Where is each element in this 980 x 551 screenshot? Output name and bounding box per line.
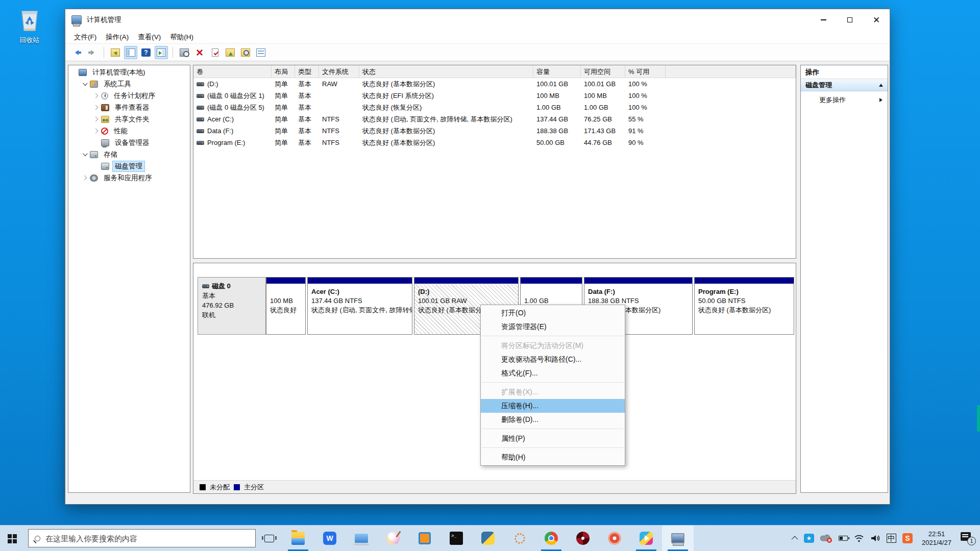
actions-section-disk-management[interactable]: 磁盘管理 (801, 79, 888, 91)
recycle-bin[interactable]: 回收站 (9, 6, 50, 45)
chevron-collapsed-icon[interactable] (93, 93, 99, 98)
chevron-expanded-icon[interactable] (83, 81, 88, 86)
taskbar-app-vmware[interactable] (409, 525, 440, 551)
search-input[interactable] (45, 534, 249, 543)
more-actions-item[interactable]: 更多操作 (801, 91, 888, 109)
ime-indicator[interactable]: 中 (887, 534, 896, 543)
show-action-pane-icon (157, 48, 166, 57)
disk0-label-box[interactable]: 磁盘 0 基本 476.92 GB 联机 (198, 277, 266, 335)
partition-status: 状态良好 (270, 306, 302, 315)
tree-item-0[interactable]: 计算机管理(本地) (68, 66, 190, 78)
forward-button[interactable] (86, 46, 99, 59)
volume-cell: 171.43 GB (581, 127, 625, 135)
volume-row-1[interactable]: (磁盘 0 磁盘分区 1)简单基本状态良好 (EFI 系统分区)100 MB10… (193, 90, 796, 102)
taskbar-app-pinwheel-app[interactable] (567, 525, 599, 551)
context-menu-item-4[interactable]: 更改驱动器号和路径(C)... (481, 353, 625, 366)
tree-item-1[interactable]: 系统工具 (68, 78, 190, 90)
partition-block-0[interactable]: 100 MB状态良好 (266, 277, 306, 335)
show-console-tree-button[interactable] (124, 46, 137, 59)
menubar-item-2[interactable]: 查看(V) (133, 31, 165, 44)
taskbar-app-paint[interactable] (377, 525, 409, 551)
taskbar-app-computer-management[interactable] (662, 525, 694, 551)
chevron-collapsed-icon[interactable] (93, 129, 99, 134)
task-view-button[interactable] (256, 525, 282, 551)
context-menu-item-0[interactable]: 打开(O) (481, 306, 625, 320)
taskbar-app-ring-app[interactable] (504, 525, 535, 551)
context-menu-item-8[interactable]: 压缩卷(H)... (481, 399, 625, 413)
column-header-5[interactable]: 容量 (533, 65, 581, 78)
volume-icon[interactable] (870, 534, 880, 542)
tree-item-2[interactable]: 任务计划程序 (68, 90, 190, 102)
show-action-pane-button[interactable] (155, 46, 168, 59)
partition-block-5[interactable]: Program (E:)50.00 GB NTFS状态良好 (基本数据分区) (694, 277, 794, 335)
tree-item-9[interactable]: 服务和应用程序 (68, 172, 190, 184)
tree-item-7[interactable]: 存储 (68, 148, 190, 160)
tray-star-app-icon[interactable]: ★ (804, 534, 814, 543)
view-options-button[interactable] (254, 46, 267, 59)
minimize-button[interactable] (810, 9, 837, 31)
context-menu-item-13[interactable]: 帮助(H) (481, 450, 625, 464)
taskbar-app-python[interactable] (472, 525, 504, 551)
taskbar-clock[interactable]: 22:51 2021/4/27 (919, 530, 954, 547)
column-header-2[interactable]: 类型 (295, 65, 319, 78)
column-header-4[interactable]: 状态 (359, 65, 533, 78)
tree-item-3[interactable]: 事件查看器 (68, 102, 190, 113)
back-button[interactable] (70, 46, 84, 59)
context-menu-item-5[interactable]: 格式化(F)... (481, 366, 625, 380)
column-header-1[interactable]: 布局 (272, 65, 295, 78)
action-center-button[interactable]: 1 (961, 532, 976, 544)
menubar-item-3[interactable]: 帮助(H) (165, 31, 198, 44)
chevron-collapsed-icon[interactable] (93, 105, 99, 110)
taskbar-app-file-explorer[interactable] (282, 525, 314, 551)
open-folder-button[interactable] (224, 46, 237, 59)
taskbar-app-monitor[interactable] (346, 525, 377, 551)
refresh-disks-button[interactable] (178, 46, 191, 59)
partition-block-1[interactable]: Acer (C:)137.44 GB NTFS状态良好 (启动, 页面文件, 故… (307, 277, 412, 335)
volume-cell: 简单 (272, 91, 295, 101)
taskbar-app-snail-app[interactable] (599, 525, 630, 551)
volume-row-5[interactable]: Program (E:)简单基本NTFS状态良好 (基本数据分区)50.00 G… (193, 137, 796, 148)
chevron-collapsed-icon[interactable] (82, 176, 87, 181)
tray-onedrive-icon[interactable] (820, 534, 832, 543)
volume-list: 卷布局类型文件系统状态容量可用空间% 可用 (D:)简单基本RAW状态良好 (基… (193, 65, 796, 259)
menubar-item-1[interactable]: 操作(A) (101, 31, 133, 44)
titlebar[interactable]: 计算机管理 ✕ (65, 9, 890, 31)
properties-icon (212, 48, 218, 57)
volume-row-2[interactable]: (磁盘 0 磁盘分区 5)简单基本状态良好 (恢复分区)1.00 GB1.00 … (193, 102, 796, 113)
context-menu-item-11[interactable]: 属性(P) (481, 432, 625, 445)
tree-item-5[interactable]: 性能 (68, 125, 190, 137)
column-header-7[interactable]: % 可用 (625, 65, 666, 78)
column-header-6[interactable]: 可用空间 (581, 65, 625, 78)
taskbar-app-wps[interactable]: W (314, 525, 346, 551)
close-button[interactable]: ✕ (863, 9, 890, 31)
help-button[interactable] (139, 46, 153, 59)
battery-icon[interactable] (839, 536, 848, 541)
column-header-0[interactable]: 卷 (193, 65, 272, 78)
collapse-icon[interactable] (879, 84, 883, 87)
export-list-button[interactable] (109, 46, 122, 59)
taskbar-app-chrome[interactable] (535, 525, 567, 551)
volume-row-3[interactable]: Acer (C:)简单基本NTFS状态良好 (启动, 页面文件, 故障转储, 基… (193, 113, 796, 125)
chevron-collapsed-icon[interactable] (93, 117, 99, 122)
column-header-3[interactable]: 文件系统 (319, 65, 359, 78)
taskbar-search[interactable] (28, 529, 256, 547)
context-menu-item-1[interactable]: 资源管理器(E) (481, 320, 625, 334)
start-button[interactable] (0, 525, 28, 551)
volume-row-0[interactable]: (D:)简单基本RAW状态良好 (基本数据分区)100.01 GB100.01 … (193, 78, 796, 90)
maximize-button[interactable] (837, 9, 863, 31)
chevron-expanded-icon[interactable] (83, 151, 88, 156)
tree-item-8[interactable]: 磁盘管理 (68, 160, 190, 172)
context-menu-item-9[interactable]: 删除卷(D)... (481, 413, 625, 427)
delete-button[interactable] (193, 46, 206, 59)
taskbar-app-video-app[interactable] (630, 525, 662, 551)
taskbar-app-terminal[interactable]: >_ (440, 525, 472, 551)
tray-overflow-chevron[interactable] (793, 536, 798, 541)
wifi-icon[interactable] (854, 534, 864, 542)
explore-button[interactable] (239, 46, 252, 59)
properties-button[interactable] (208, 46, 222, 59)
tree-item-6[interactable]: 设备管理器 (68, 137, 190, 148)
volume-row-4[interactable]: Data (F:)简单基本NTFS状态良好 (基本数据分区)188.38 GB1… (193, 125, 796, 137)
tree-item-4[interactable]: 共享文件夹 (68, 113, 190, 125)
sogou-input-icon[interactable]: S (902, 533, 913, 543)
menubar-item-0[interactable]: 文件(F) (69, 31, 101, 44)
